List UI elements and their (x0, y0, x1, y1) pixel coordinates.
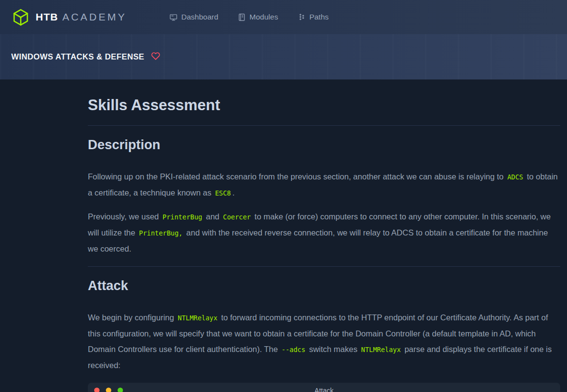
window-maximize-dot (118, 388, 123, 392)
nav-modules[interactable]: Modules (238, 13, 278, 21)
text-run: and (203, 212, 222, 221)
section-heading-attack: Attack (88, 276, 560, 295)
section-heading-description: Description (88, 136, 560, 154)
section-description: Description Following up on the PKI-rela… (88, 136, 560, 256)
nav-dashboard[interactable]: Dashboard (169, 13, 218, 21)
modules-icon (238, 13, 246, 21)
htb-cube-icon (12, 8, 30, 26)
paragraph: We begin by configuring NTLMRelayx to fo… (88, 310, 560, 373)
section-attack: Attack We begin by configuring NTLMRelay… (88, 276, 560, 373)
page-title: Skills Assessment (88, 95, 560, 116)
text-run: Following up on the PKI-related attack s… (88, 172, 506, 181)
window-control-dots (94, 383, 123, 392)
terminal-title: Attack (315, 387, 334, 392)
inline-code: NTLMRelayx (360, 346, 402, 353)
paths-icon (298, 13, 306, 21)
window-minimize-dot (106, 388, 111, 392)
main-nav: Dashboard Modules (169, 13, 328, 21)
module-title: WINDOWS ATTACKS & DEFENSE (11, 52, 144, 61)
inline-code: ADCS (506, 173, 525, 181)
terminal-titlebar: Attack (88, 383, 560, 392)
paragraph: Previously, we used PrinterBug and Coerc… (88, 209, 560, 256)
section-divider (88, 266, 560, 267)
brand-name-bold: HTB (36, 11, 58, 22)
inline-code: Coercer (222, 213, 252, 221)
nav-paths-label: Paths (309, 13, 329, 21)
nav-paths[interactable]: Paths (298, 13, 329, 21)
paragraph: Following up on the PKI-related attack s… (88, 169, 560, 201)
favorite-button[interactable] (151, 52, 160, 62)
terminal-window: Attack OgmaSec@htb[/htb]$impacket-ntlmre… (88, 383, 560, 392)
inline-code: PrinterBug, (138, 229, 184, 237)
inline-code: --adcs (280, 346, 307, 353)
text-run: Previously, we used (88, 212, 161, 221)
article-content: Skills Assessment Description Following … (0, 95, 567, 392)
brand-name-light: ACADEMY (62, 11, 127, 22)
section-divider (88, 125, 560, 126)
text-run: . (232, 188, 235, 197)
inline-code: PrinterBug (161, 213, 203, 221)
dashboard-icon (169, 13, 178, 21)
nav-dashboard-label: Dashboard (181, 13, 218, 21)
module-banner: WINDOWS ATTACKS & DEFENSE (0, 34, 567, 79)
heart-icon (151, 52, 160, 62)
text-run: switch makes (307, 345, 360, 353)
text-run: We begin by configuring (88, 313, 176, 322)
nav-modules-label: Modules (249, 13, 278, 21)
top-nav-bar: HTB ACADEMY Dashboard (0, 0, 567, 34)
inline-code: ESC8 (214, 189, 233, 197)
htb-logo[interactable]: HTB ACADEMY (12, 8, 126, 26)
window-close-dot (94, 388, 100, 392)
inline-code: NTLMRelayx (176, 314, 219, 322)
